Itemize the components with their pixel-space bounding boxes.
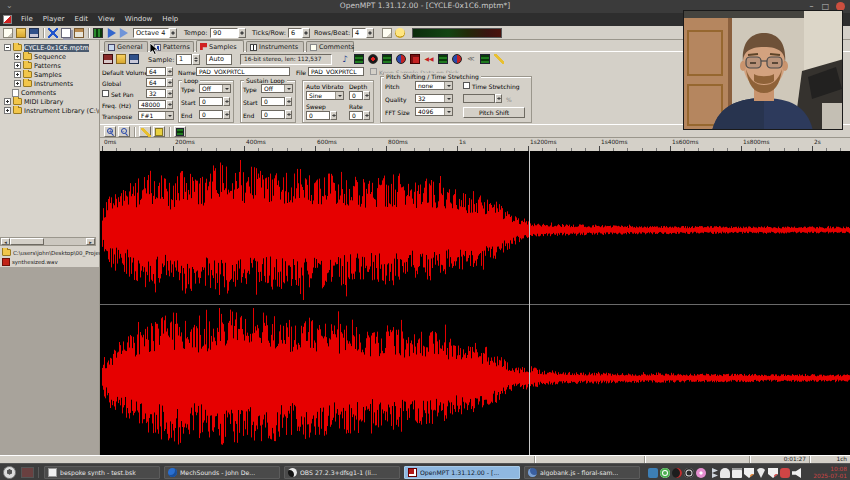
taskbar-button-3[interactable]: OBS 27.2.3+dfsg1-1 (li... xyxy=(284,466,400,479)
vibrato-type-select[interactable]: Sine xyxy=(306,91,344,100)
tab-general[interactable]: General xyxy=(104,41,148,52)
menu-help[interactable]: Help xyxy=(157,13,183,26)
security-shield-icon[interactable] xyxy=(744,468,754,478)
sustain-type-select[interactable]: Off xyxy=(261,84,293,93)
tree-item-comments[interactable]: Comments xyxy=(0,88,99,97)
scroll-thumb[interactable] xyxy=(10,238,44,245)
scroll-right-icon[interactable]: ▸ xyxy=(86,238,95,245)
tree-item-instrument-library[interactable]: Instrument Library (C:\users\john\Desk xyxy=(0,106,99,115)
depth-spinner[interactable] xyxy=(363,91,370,100)
channels-icon[interactable] xyxy=(452,54,462,64)
play-pattern-icon[interactable] xyxy=(118,28,128,38)
save-icon[interactable] xyxy=(29,28,39,38)
tree-item-midi-library[interactable]: MIDI Library xyxy=(0,97,99,106)
timeline-ruler[interactable]: 0ms200ms400ms600ms800ms1s1s200ms1s400ms1… xyxy=(100,137,850,151)
grid4-icon[interactable] xyxy=(480,54,490,64)
expander-icon[interactable] xyxy=(14,62,21,69)
octave-spinner[interactable] xyxy=(169,28,177,38)
tab-comments[interactable]: Comments xyxy=(306,41,354,52)
global-volume-field[interactable]: 64 xyxy=(146,78,166,87)
color-profile-icon[interactable] xyxy=(696,468,706,478)
open-file-icon[interactable] xyxy=(16,28,26,38)
transpose-select[interactable]: F#1 xyxy=(138,111,174,120)
pan-field[interactable]: 32 xyxy=(146,89,166,98)
quality-select[interactable]: 32 xyxy=(415,94,453,103)
sustain-start-spinner[interactable] xyxy=(285,97,292,106)
ticks-row-field[interactable]: 6 xyxy=(288,28,302,38)
tempo-spinner[interactable] xyxy=(238,28,246,38)
default-volume-spinner[interactable] xyxy=(166,67,173,76)
clock[interactable]: 10:08 2025-07-01 xyxy=(813,466,847,479)
fft-size-select[interactable]: 4096 xyxy=(415,107,453,116)
keyboard-layout-icon[interactable] xyxy=(648,468,658,478)
play-icon[interactable] xyxy=(106,28,116,38)
menu-view[interactable]: View xyxy=(93,13,120,26)
hint-icon[interactable] xyxy=(395,28,405,38)
expander-icon[interactable] xyxy=(4,107,11,114)
tab-samples[interactable]: Samples xyxy=(196,40,244,52)
collapse-icon[interactable]: ≪ xyxy=(466,54,476,64)
mic-muted-icon[interactable] xyxy=(780,468,790,478)
grid3-icon[interactable] xyxy=(438,54,448,64)
save-sample-icon[interactable] xyxy=(103,54,113,64)
zoom-out-icon[interactable]: - xyxy=(118,126,130,137)
tree-item-patterns[interactable]: Patterns xyxy=(0,61,99,70)
default-volume-field[interactable]: 64 xyxy=(146,67,166,76)
loop-end-spinner[interactable] xyxy=(223,110,230,119)
copy-icon[interactable] xyxy=(61,28,71,38)
wifi-icon[interactable] xyxy=(756,468,766,478)
recorder-icon[interactable] xyxy=(672,468,682,478)
rows-beat-spinner[interactable] xyxy=(366,28,374,38)
grid-toggle-icon[interactable] xyxy=(174,126,186,137)
pitch-select[interactable]: none xyxy=(415,81,453,90)
grid2-icon[interactable] xyxy=(382,54,392,64)
loop-type-select[interactable]: Off xyxy=(199,84,231,93)
loop-end-field[interactable]: 0 xyxy=(199,110,223,119)
draw-tool-icon[interactable] xyxy=(139,126,151,137)
sustain-end-spinner[interactable] xyxy=(285,110,292,119)
expander-icon[interactable] xyxy=(14,71,21,78)
sync-icon[interactable] xyxy=(684,468,694,478)
taskbar-button-2[interactable]: MechSounds - John De... xyxy=(164,466,280,479)
loop-start-spinner[interactable] xyxy=(223,97,230,106)
save-sample-as-icon[interactable] xyxy=(129,54,139,64)
menu-window[interactable]: Window xyxy=(120,13,158,26)
highlight-tool-icon[interactable] xyxy=(153,126,165,137)
sample-number-field[interactable]: 1 xyxy=(176,54,192,65)
expander-icon[interactable] xyxy=(14,80,21,87)
stereo-icon[interactable] xyxy=(396,54,406,64)
depth-field[interactable]: 0 xyxy=(349,91,363,100)
taskbar-button-5[interactable]: algobank.js - floral-sam... xyxy=(524,466,640,479)
octave-select[interactable]: Octave 4 xyxy=(133,28,169,38)
sweep-field[interactable]: 0 xyxy=(306,111,330,120)
expander-icon[interactable] xyxy=(4,44,11,51)
new-file-icon[interactable] xyxy=(3,28,13,38)
pattern-grid-icon[interactable] xyxy=(354,54,364,64)
set-pan-checkbox[interactable] xyxy=(102,90,109,97)
play-note-icon[interactable]: ♪ xyxy=(340,54,350,64)
volume-icon[interactable] xyxy=(792,468,802,478)
firewall-shield-icon[interactable] xyxy=(768,468,778,478)
scroll-left-icon[interactable]: ◂ xyxy=(1,238,10,245)
tree-item-instruments[interactable]: Instruments xyxy=(0,79,99,88)
zoom-in-icon[interactable]: + xyxy=(104,126,116,137)
pitch-shift-button[interactable]: Pitch Shift xyxy=(463,107,525,118)
record-icon[interactable] xyxy=(368,54,378,64)
rewind-icon[interactable]: ◀◀ xyxy=(424,54,434,64)
loop-start-field[interactable]: 0 xyxy=(199,97,223,106)
menu-player[interactable]: Player xyxy=(38,13,70,26)
recent-path-item[interactable]: C:\users\john\Desktop\00_Projects\00_Ju xyxy=(0,248,100,257)
show-desktop-button[interactable] xyxy=(21,467,34,478)
sample-mode-select[interactable]: Auto xyxy=(206,54,232,65)
mixer-icon[interactable] xyxy=(93,28,103,38)
paste-icon[interactable] xyxy=(74,28,84,38)
expander-icon[interactable] xyxy=(4,98,11,105)
sample-number-spinner[interactable] xyxy=(192,54,200,65)
tree-horizontal-scrollbar[interactable]: ◂ ▸ xyxy=(0,237,96,246)
cut-icon[interactable] xyxy=(48,28,58,38)
menu-file[interactable]: File xyxy=(16,13,38,26)
rows-beat-field[interactable]: 4 xyxy=(352,28,366,38)
expander-icon[interactable] xyxy=(14,53,21,60)
tab-instruments[interactable]: Instruments xyxy=(246,41,304,52)
global-volume-spinner[interactable] xyxy=(166,78,173,87)
